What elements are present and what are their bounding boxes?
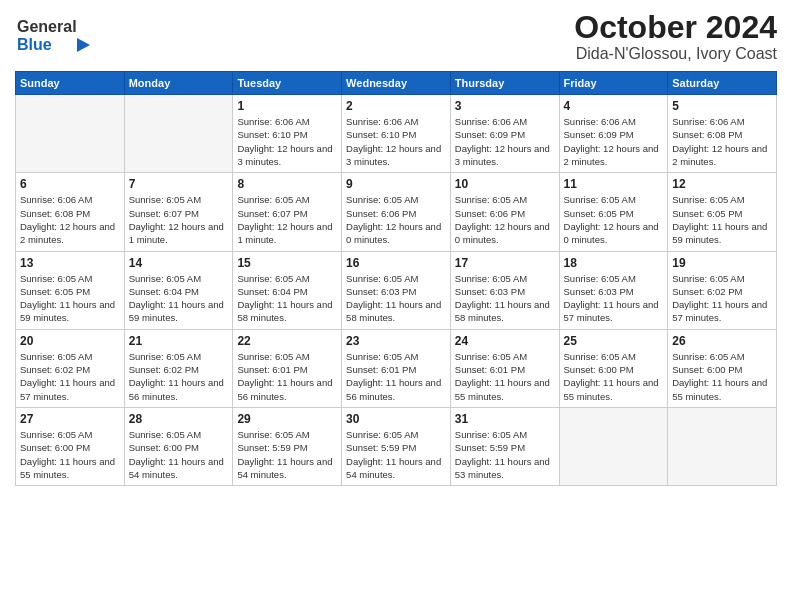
calendar-page: General Blue October 2024 Dida-N'Glossou…: [0, 0, 792, 612]
day-number: 28: [129, 412, 229, 426]
day-number: 13: [20, 256, 120, 270]
calendar-cell: 27Sunrise: 6:05 AMSunset: 6:00 PMDayligh…: [16, 407, 125, 485]
day-number: 29: [237, 412, 337, 426]
calendar-cell: 30Sunrise: 6:05 AMSunset: 5:59 PMDayligh…: [342, 407, 451, 485]
day-number: 25: [564, 334, 664, 348]
calendar-cell: 21Sunrise: 6:05 AMSunset: 6:02 PMDayligh…: [124, 329, 233, 407]
day-number: 12: [672, 177, 772, 191]
svg-marker-2: [77, 38, 90, 52]
calendar-cell: 20Sunrise: 6:05 AMSunset: 6:02 PMDayligh…: [16, 329, 125, 407]
day-info: Sunrise: 6:05 AMSunset: 6:07 PMDaylight:…: [129, 193, 229, 246]
day-number: 22: [237, 334, 337, 348]
day-number: 26: [672, 334, 772, 348]
calendar-cell: [16, 95, 125, 173]
day-info: Sunrise: 6:05 AMSunset: 6:03 PMDaylight:…: [455, 272, 555, 325]
day-info: Sunrise: 6:05 AMSunset: 6:05 PMDaylight:…: [564, 193, 664, 246]
day-number: 31: [455, 412, 555, 426]
logo: General Blue: [15, 10, 105, 60]
day-info: Sunrise: 6:06 AMSunset: 6:10 PMDaylight:…: [346, 115, 446, 168]
calendar-cell: 8Sunrise: 6:05 AMSunset: 6:07 PMDaylight…: [233, 173, 342, 251]
day-info: Sunrise: 6:05 AMSunset: 6:01 PMDaylight:…: [237, 350, 337, 403]
day-number: 6: [20, 177, 120, 191]
calendar-cell: 4Sunrise: 6:06 AMSunset: 6:09 PMDaylight…: [559, 95, 668, 173]
day-info: Sunrise: 6:05 AMSunset: 5:59 PMDaylight:…: [455, 428, 555, 481]
day-number: 11: [564, 177, 664, 191]
calendar-cell: 7Sunrise: 6:05 AMSunset: 6:07 PMDaylight…: [124, 173, 233, 251]
header-saturday: Saturday: [668, 72, 777, 95]
header-wednesday: Wednesday: [342, 72, 451, 95]
calendar-cell: 16Sunrise: 6:05 AMSunset: 6:03 PMDayligh…: [342, 251, 451, 329]
calendar-cell: 13Sunrise: 6:05 AMSunset: 6:05 PMDayligh…: [16, 251, 125, 329]
day-info: Sunrise: 6:05 AMSunset: 6:03 PMDaylight:…: [346, 272, 446, 325]
day-number: 5: [672, 99, 772, 113]
logo-svg: General Blue: [15, 10, 105, 60]
header-tuesday: Tuesday: [233, 72, 342, 95]
day-number: 18: [564, 256, 664, 270]
day-number: 15: [237, 256, 337, 270]
calendar-cell: 19Sunrise: 6:05 AMSunset: 6:02 PMDayligh…: [668, 251, 777, 329]
day-info: Sunrise: 6:05 AMSunset: 6:01 PMDaylight:…: [346, 350, 446, 403]
svg-text:General: General: [17, 18, 77, 35]
day-info: Sunrise: 6:05 AMSunset: 6:00 PMDaylight:…: [129, 428, 229, 481]
calendar-cell: 3Sunrise: 6:06 AMSunset: 6:09 PMDaylight…: [450, 95, 559, 173]
calendar-cell: 1Sunrise: 6:06 AMSunset: 6:10 PMDaylight…: [233, 95, 342, 173]
calendar-cell: 24Sunrise: 6:05 AMSunset: 6:01 PMDayligh…: [450, 329, 559, 407]
calendar-cell: 15Sunrise: 6:05 AMSunset: 6:04 PMDayligh…: [233, 251, 342, 329]
calendar-cell: 17Sunrise: 6:05 AMSunset: 6:03 PMDayligh…: [450, 251, 559, 329]
calendar-week-5: 27Sunrise: 6:05 AMSunset: 6:00 PMDayligh…: [16, 407, 777, 485]
day-number: 7: [129, 177, 229, 191]
header-monday: Monday: [124, 72, 233, 95]
day-number: 9: [346, 177, 446, 191]
day-info: Sunrise: 6:05 AMSunset: 6:00 PMDaylight:…: [20, 428, 120, 481]
day-info: Sunrise: 6:06 AMSunset: 6:08 PMDaylight:…: [20, 193, 120, 246]
calendar-cell: 9Sunrise: 6:05 AMSunset: 6:06 PMDaylight…: [342, 173, 451, 251]
day-number: 1: [237, 99, 337, 113]
calendar-cell: 10Sunrise: 6:05 AMSunset: 6:06 PMDayligh…: [450, 173, 559, 251]
calendar-title: October 2024: [574, 10, 777, 45]
calendar-week-1: 1Sunrise: 6:06 AMSunset: 6:10 PMDaylight…: [16, 95, 777, 173]
day-number: 21: [129, 334, 229, 348]
calendar-cell: 14Sunrise: 6:05 AMSunset: 6:04 PMDayligh…: [124, 251, 233, 329]
day-info: Sunrise: 6:06 AMSunset: 6:09 PMDaylight:…: [564, 115, 664, 168]
day-number: 20: [20, 334, 120, 348]
calendar-week-4: 20Sunrise: 6:05 AMSunset: 6:02 PMDayligh…: [16, 329, 777, 407]
day-info: Sunrise: 6:05 AMSunset: 6:05 PMDaylight:…: [672, 193, 772, 246]
day-number: 10: [455, 177, 555, 191]
day-number: 4: [564, 99, 664, 113]
day-number: 16: [346, 256, 446, 270]
calendar-subtitle: Dida-N'Glossou, Ivory Coast: [574, 45, 777, 63]
day-info: Sunrise: 6:05 AMSunset: 6:06 PMDaylight:…: [455, 193, 555, 246]
day-number: 17: [455, 256, 555, 270]
calendar-cell: [124, 95, 233, 173]
day-number: 24: [455, 334, 555, 348]
day-info: Sunrise: 6:05 AMSunset: 6:05 PMDaylight:…: [20, 272, 120, 325]
day-number: 27: [20, 412, 120, 426]
calendar-cell: 6Sunrise: 6:06 AMSunset: 6:08 PMDaylight…: [16, 173, 125, 251]
calendar-body: 1Sunrise: 6:06 AMSunset: 6:10 PMDaylight…: [16, 95, 777, 486]
calendar-cell: 22Sunrise: 6:05 AMSunset: 6:01 PMDayligh…: [233, 329, 342, 407]
day-number: 19: [672, 256, 772, 270]
day-info: Sunrise: 6:06 AMSunset: 6:08 PMDaylight:…: [672, 115, 772, 168]
header: General Blue October 2024 Dida-N'Glossou…: [15, 10, 777, 63]
day-info: Sunrise: 6:05 AMSunset: 6:01 PMDaylight:…: [455, 350, 555, 403]
title-block: October 2024 Dida-N'Glossou, Ivory Coast: [574, 10, 777, 63]
calendar-cell: 18Sunrise: 6:05 AMSunset: 6:03 PMDayligh…: [559, 251, 668, 329]
header-sunday: Sunday: [16, 72, 125, 95]
calendar-cell: 2Sunrise: 6:06 AMSunset: 6:10 PMDaylight…: [342, 95, 451, 173]
day-number: 3: [455, 99, 555, 113]
day-number: 2: [346, 99, 446, 113]
day-info: Sunrise: 6:05 AMSunset: 6:03 PMDaylight:…: [564, 272, 664, 325]
calendar-cell: [559, 407, 668, 485]
header-friday: Friday: [559, 72, 668, 95]
calendar-cell: 23Sunrise: 6:05 AMSunset: 6:01 PMDayligh…: [342, 329, 451, 407]
day-info: Sunrise: 6:05 AMSunset: 6:02 PMDaylight:…: [672, 272, 772, 325]
day-info: Sunrise: 6:05 AMSunset: 5:59 PMDaylight:…: [346, 428, 446, 481]
day-info: Sunrise: 6:06 AMSunset: 6:10 PMDaylight:…: [237, 115, 337, 168]
day-info: Sunrise: 6:05 AMSunset: 6:00 PMDaylight:…: [672, 350, 772, 403]
day-info: Sunrise: 6:05 AMSunset: 6:04 PMDaylight:…: [237, 272, 337, 325]
calendar-cell: 26Sunrise: 6:05 AMSunset: 6:00 PMDayligh…: [668, 329, 777, 407]
day-number: 30: [346, 412, 446, 426]
day-info: Sunrise: 6:06 AMSunset: 6:09 PMDaylight:…: [455, 115, 555, 168]
day-info: Sunrise: 6:05 AMSunset: 6:00 PMDaylight:…: [564, 350, 664, 403]
calendar-header: Sunday Monday Tuesday Wednesday Thursday…: [16, 72, 777, 95]
